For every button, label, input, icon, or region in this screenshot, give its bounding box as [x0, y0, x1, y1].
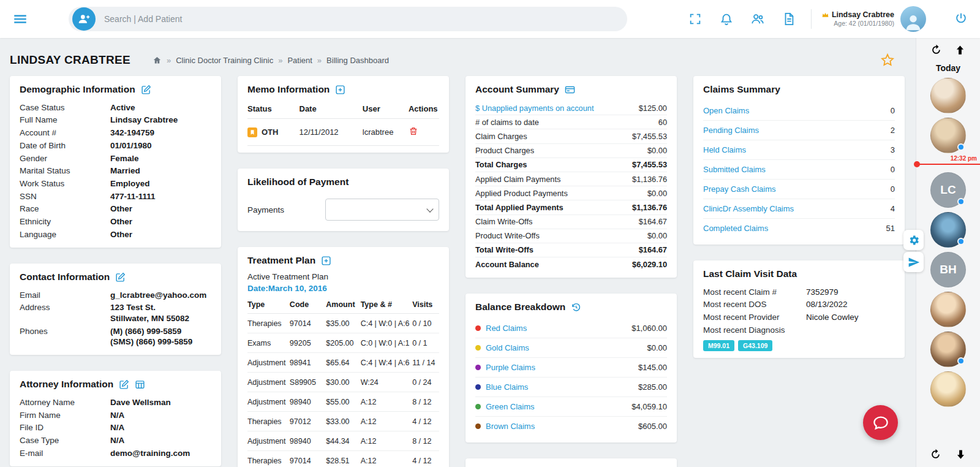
search-input[interactable]: [96, 14, 627, 24]
patient-avatar[interactable]: [930, 332, 966, 367]
prepay-claims-link[interactable]: Prepay Cash Claims: [703, 184, 776, 194]
demographic-card: Demographic Information Case StatusActiv…: [10, 76, 221, 248]
patient-avatar[interactable]: BH: [930, 252, 966, 287]
diagnosis-badge[interactable]: M99.01: [703, 340, 734, 351]
table-icon[interactable]: [135, 379, 145, 390]
chat-bubble-icon: [872, 414, 890, 432]
balance-row: Gold Claims$0.00: [475, 338, 667, 358]
treatment-plan-card: Treatment Plan Active Treatment Plan Dat…: [238, 247, 449, 467]
scroll-up-icon[interactable]: [954, 44, 966, 58]
floating-actions: [903, 230, 924, 272]
contact-title: Contact Information: [20, 271, 110, 283]
crown-icon: [821, 11, 829, 19]
menu-icon[interactable]: [12, 11, 28, 27]
power-icon[interactable]: [954, 12, 968, 27]
treatment-row: Adjustment98941$65.64C:4 | W:4 | A:611 /…: [247, 353, 439, 373]
unapplied-payments-link[interactable]: $ Unapplied payments on account: [475, 104, 594, 113]
green-claims-link[interactable]: Green Claims: [486, 402, 534, 411]
info-row: RaceOther: [20, 203, 211, 216]
search-bar: [69, 7, 627, 31]
memo-tag-icon: [247, 127, 257, 137]
breadcrumb-current: Billing Dashboard: [326, 56, 389, 65]
info-row: Case TypeN/A: [20, 435, 211, 447]
refresh-icon[interactable]: [930, 44, 942, 58]
send-icon[interactable]: [903, 252, 924, 272]
brown-claims-link[interactable]: Brown Claims: [486, 422, 535, 431]
bell-icon[interactable]: [719, 12, 734, 26]
blue-claims-link[interactable]: Blue Claims: [486, 382, 528, 392]
info-row: GenderFemale: [20, 152, 211, 165]
add-patient-button[interactable]: [72, 7, 96, 31]
info-row: Work StatusEmployed: [20, 177, 211, 190]
user-name: Lindsay Crabtree: [832, 10, 894, 20]
treatment-subtitle: Active Treatment Plan: [247, 272, 439, 281]
memo-title: Memo Information: [247, 84, 330, 95]
submitted-claims-link[interactable]: Submitted Claims: [703, 165, 766, 174]
account-summary-card: Account Summary $ Unapplied payments on …: [466, 76, 677, 278]
page-title: LINDSAY CRABTREE: [10, 53, 130, 67]
user-age: Age: 42 (01/01/1980): [821, 20, 894, 28]
add-icon[interactable]: [335, 85, 345, 95]
fullscreen-icon[interactable]: [688, 12, 703, 26]
edit-icon[interactable]: [141, 85, 151, 95]
payments-label: Payments: [247, 205, 284, 215]
presence-dot: [957, 238, 965, 245]
open-claims-link[interactable]: Open Claims: [703, 106, 749, 115]
diagnosis-badges: M99.01 G43.109: [703, 340, 895, 351]
breadcrumb-clinic[interactable]: Clinic Doctor Training Clinic: [176, 56, 273, 65]
claims-row: Submitted Claims0: [703, 160, 895, 180]
gold-claims-link[interactable]: Gold Claims: [486, 343, 529, 352]
memo-table: Status Date User Actions OTH 12/11/2012 …: [247, 101, 439, 146]
patient-avatar[interactable]: [930, 371, 966, 407]
treatment-date-link[interactable]: Date:March 10, 2016: [247, 284, 327, 293]
brown-dot: [475, 423, 481, 429]
patient-avatar[interactable]: [930, 292, 966, 327]
user-info[interactable]: Lindsay Crabtree Age: 42 (01/01/1980): [821, 10, 894, 28]
edit-icon[interactable]: [119, 379, 129, 390]
document-icon[interactable]: [782, 12, 796, 26]
likelihood-title: Likelihood of Payment: [247, 177, 349, 188]
info-row: Most recent ProviderNicole Cowley: [703, 311, 895, 324]
payments-select[interactable]: [325, 199, 439, 221]
treatment-row: Therapies97014$28.51A:124 / 12: [247, 451, 439, 467]
page-header: LINDSAY CRABTREE » Clinic Doctor Trainin…: [0, 38, 916, 76]
history-icon[interactable]: [571, 302, 581, 313]
favorite-star-icon[interactable]: [880, 53, 895, 67]
patient-avatar[interactable]: LC: [930, 172, 966, 208]
card-icon[interactable]: [565, 85, 575, 95]
patient-avatar[interactable]: [930, 78, 966, 113]
held-claims-link[interactable]: Held Claims: [703, 145, 746, 154]
breadcrumb-patient[interactable]: Patient: [287, 56, 312, 65]
edit-icon[interactable]: [115, 272, 126, 283]
patient-avatar[interactable]: [930, 118, 966, 153]
account-row: Product Charges$0.00: [475, 144, 667, 158]
info-row: Firm NameN/A: [20, 409, 211, 422]
completed-claims-link[interactable]: Completed Claims: [703, 224, 768, 233]
info-row: Full NameLindsay Crabtree: [20, 114, 211, 127]
add-icon[interactable]: [321, 256, 331, 266]
account-row: Total Charges$7,455.53: [475, 158, 667, 172]
home-icon[interactable]: [153, 56, 162, 65]
topbar: Lindsay Crabtree Age: 42 (01/01/1980): [0, 0, 980, 38]
topbar-actions: Lindsay Crabtree Age: 42 (01/01/1980): [671, 6, 968, 32]
purple-claims-link[interactable]: Purple Claims: [486, 363, 535, 372]
user-avatar[interactable]: [900, 6, 926, 32]
balance-row: Green Claims$4,059.10: [475, 397, 667, 417]
info-row: Phones (M) (866) 999-5859(SMS) (866) 999…: [20, 325, 211, 348]
claims-row: Pending Claims2: [703, 121, 895, 140]
diagnosis-badge[interactable]: G43.109: [738, 340, 772, 351]
delete-memo-icon[interactable]: [409, 126, 418, 138]
assembly-claims-link[interactable]: ClinicDr Assembly Claims: [703, 204, 794, 213]
chat-button[interactable]: [863, 405, 898, 440]
refresh-icon[interactable]: [930, 449, 941, 462]
patient-avatar[interactable]: [930, 212, 966, 248]
attorney-title: Attorney Information: [20, 379, 113, 390]
gear-icon[interactable]: [903, 230, 924, 250]
scroll-down-icon[interactable]: [955, 449, 967, 462]
info-row: Most recent Diagnosis: [703, 324, 895, 336]
patients-icon[interactable]: [750, 12, 765, 26]
red-claims-link[interactable]: Red Claims: [486, 324, 527, 333]
contact-card: Contact Information Emailg_lcrabtree@yah…: [10, 264, 221, 355]
gold-dot: [475, 345, 481, 351]
pending-claims-link[interactable]: Pending Claims: [703, 126, 759, 135]
